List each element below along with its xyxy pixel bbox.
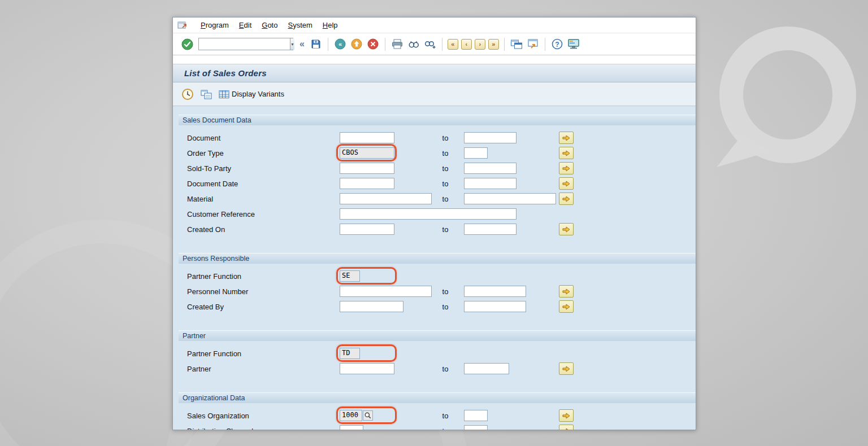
multi-selection-arrow-icon — [562, 427, 571, 430]
document-date-input[interactable] — [340, 178, 394, 189]
distribution-channel-label: Distribution Channel — [187, 427, 253, 430]
created-by-label: Created By — [187, 303, 224, 311]
sold-to-party-label: Sold-To Party — [187, 164, 231, 173]
toolbar-separator — [328, 38, 328, 51]
created-by-input[interactable] — [340, 301, 403, 312]
sap-gui-window: ProgramEditGotoSystemHelp ▼ « — [172, 17, 696, 430]
document-to-input[interactable] — [464, 132, 517, 143]
form-row-distribution-channel: Distribution Channelto — [179, 423, 696, 430]
partner-function-input[interactable]: TD — [340, 348, 360, 359]
get-variant-button[interactable] — [199, 88, 214, 101]
customer-reference-label: Customer Reference — [187, 210, 255, 218]
to-label: to — [434, 134, 457, 142]
execute-button[interactable] — [180, 87, 195, 102]
material-input[interactable] — [340, 193, 432, 204]
form-row-partner: Partnerto — [179, 361, 696, 377]
to-label: to — [434, 180, 457, 188]
sales-organization-input[interactable]: 1000 — [340, 410, 362, 421]
multiple-selection-button[interactable] — [559, 425, 574, 430]
created-by-to-input[interactable] — [464, 301, 526, 312]
distribution-channel-to-input[interactable] — [464, 425, 488, 430]
document-input[interactable] — [340, 132, 394, 143]
menu-help[interactable]: Help — [318, 19, 343, 31]
sold-to-party-to-input[interactable] — [464, 163, 517, 174]
application-toolbar: Display Variants — [173, 82, 696, 106]
partner-function-input[interactable]: SE — [340, 270, 360, 282]
screen-title: List of Sales Orders — [184, 68, 267, 78]
form-row-material: Materialto — [179, 191, 696, 207]
collapse-toolbar-icon[interactable]: « — [300, 39, 305, 49]
cancel-button[interactable] — [366, 37, 380, 51]
distribution-channel-input[interactable] — [340, 425, 363, 430]
multiple-selection-button[interactable] — [559, 409, 574, 422]
multiple-selection-button[interactable] — [559, 285, 574, 298]
toolbar-separator — [385, 38, 385, 51]
command-field-input[interactable] — [199, 38, 290, 50]
new-session-button[interactable] — [510, 37, 523, 51]
title-gap — [173, 55, 696, 64]
form-row-created-by: Created Byto — [179, 299, 696, 314]
form-sections: Sales Document DataDocumenttoOrder TypeC… — [173, 115, 696, 430]
multiple-selection-button[interactable] — [559, 193, 574, 205]
to-label: to — [434, 365, 457, 373]
svg-text:«: « — [338, 41, 342, 47]
speech-bubble-watermark — [702, 24, 863, 182]
menu-edit[interactable]: Edit — [234, 19, 257, 31]
help-icon: ? — [552, 38, 563, 50]
created-on-label: Created On — [187, 225, 225, 234]
display-variants-button[interactable]: Display Variants — [218, 89, 285, 100]
created-on-to-input[interactable] — [464, 224, 517, 235]
partner-input[interactable] — [340, 363, 394, 374]
group-header: Sales Document Data — [179, 115, 696, 125]
personnel-number-input[interactable] — [340, 286, 432, 297]
find-next-button[interactable] — [423, 37, 437, 51]
first-page-button[interactable]: « — [448, 39, 458, 50]
order-type-to-input[interactable] — [464, 147, 488, 159]
menu-program[interactable]: Program — [196, 19, 234, 31]
customer-reference-input[interactable] — [340, 208, 517, 220]
order-type-input[interactable]: CBOS — [340, 147, 394, 159]
grid-icon — [219, 90, 229, 99]
form-row-sold-to-party: Sold-To Partyto — [179, 161, 696, 176]
print-button[interactable] — [390, 37, 404, 51]
svg-text:?: ? — [555, 41, 559, 49]
menu-system[interactable]: System — [283, 19, 317, 31]
multiple-selection-button[interactable] — [559, 362, 574, 375]
multiple-selection-button[interactable] — [559, 300, 574, 313]
help-button[interactable]: ? — [550, 37, 564, 51]
floppy-disk-icon — [310, 38, 322, 50]
multiple-selection-button[interactable] — [559, 223, 574, 235]
menu-goto[interactable]: Goto — [257, 19, 283, 31]
enter-button[interactable] — [180, 37, 194, 51]
previous-page-button[interactable]: ‹ — [461, 39, 472, 50]
exit-circle-icon — [351, 38, 362, 50]
created-on-input[interactable] — [340, 224, 394, 235]
sales-organization-to-input[interactable] — [464, 410, 488, 421]
find-button[interactable] — [407, 37, 420, 51]
last-page-button[interactable]: » — [488, 39, 499, 50]
form-row-customer-reference: Customer Reference — [179, 207, 696, 222]
document-date-to-input[interactable] — [464, 178, 517, 189]
next-page-button[interactable]: › — [475, 39, 485, 50]
customize-layout-button[interactable] — [567, 37, 580, 51]
command-field: ▼ — [198, 38, 293, 50]
personnel-number-to-input[interactable] — [464, 286, 526, 297]
multiple-selection-button[interactable] — [559, 162, 574, 174]
sold-to-party-input[interactable] — [340, 163, 394, 174]
back-button[interactable]: « — [333, 37, 347, 51]
exit-button[interactable] — [350, 37, 363, 51]
multiple-selection-button[interactable] — [559, 177, 574, 190]
material-to-input[interactable] — [464, 193, 556, 204]
partner-to-input[interactable] — [464, 363, 509, 374]
save-button[interactable] — [309, 37, 323, 51]
system-menu-icon[interactable] — [177, 20, 190, 30]
create-shortcut-button[interactable] — [526, 37, 540, 51]
form-row-partner-function: Partner FunctionTD — [179, 346, 696, 361]
form-row-partner-function: Partner FunctionSE — [179, 269, 696, 284]
multiple-selection-button[interactable] — [559, 132, 574, 144]
value-help-search-icon[interactable] — [363, 410, 373, 421]
multiple-selection-button[interactable] — [559, 147, 574, 159]
variant-sheets-icon — [200, 89, 212, 100]
command-dropdown-icon[interactable]: ▼ — [290, 38, 294, 50]
group-persons-responsible: Persons ResponsiblePartner FunctionSEPer… — [179, 253, 696, 314]
